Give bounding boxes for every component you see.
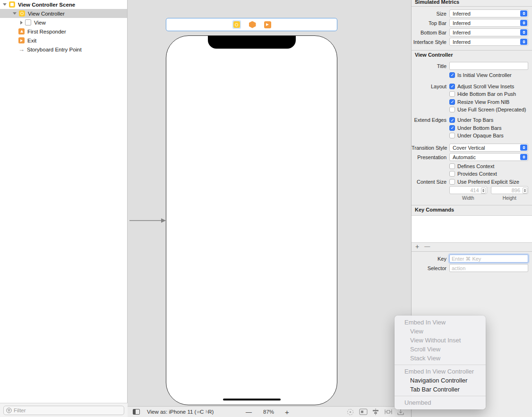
bottom-bar-row: Bottom Bar Inferred xyxy=(412,28,528,36)
outline-row-scene[interactable]: View Controller Scene xyxy=(0,0,127,9)
provides-context-row: Provides Context xyxy=(412,170,528,178)
embed-context-menu: Embed In View View View Without Inset Sc… xyxy=(395,315,486,409)
top-bar-row: Top Bar Inferred xyxy=(412,19,528,27)
first-responder-label: First Responder xyxy=(27,29,66,34)
disclosure-triangle-icon[interactable] xyxy=(3,3,7,6)
resize-view-checkbox[interactable] xyxy=(449,99,455,105)
popup-chevrons-icon xyxy=(520,154,527,160)
align-icon[interactable] xyxy=(372,407,379,417)
view-controller-header-bar[interactable] xyxy=(166,18,337,31)
transition-style-popup[interactable]: Cover Vertical xyxy=(449,144,528,152)
interface-style-popup[interactable]: Inferred xyxy=(449,38,528,46)
height-stepper[interactable] xyxy=(523,187,527,194)
size-popup[interactable]: Inferred xyxy=(449,9,528,17)
outline-row-view[interactable]: View xyxy=(0,18,127,27)
menu-item-embed-in-view-controller[interactable]: Embed In View Controller xyxy=(395,367,486,376)
hide-bottom-bar-checkbox[interactable] xyxy=(449,91,455,97)
entry-point-arrow-icon: → xyxy=(18,46,25,52)
hide-bottom-bar-row: Hide Bottom Bar on Push xyxy=(412,91,528,98)
is-initial-row: Is Initial View Controller xyxy=(412,71,528,78)
height-caption: Height xyxy=(491,196,529,201)
document-outline-panel: View Controller Scene View Controller Vi… xyxy=(0,0,128,417)
bottom-bar-popup[interactable]: Inferred xyxy=(449,28,528,36)
key-commands-header: Key Commands xyxy=(412,205,532,214)
use-preferred-size-checkbox[interactable] xyxy=(449,179,455,185)
storyboard-entry-arrow[interactable] xyxy=(129,217,167,224)
resize-view-row: Resize View From NIB xyxy=(412,98,528,105)
under-opaque-bars-checkbox[interactable] xyxy=(449,133,455,138)
first-responder-icon xyxy=(18,28,25,34)
outline-row-first-responder[interactable]: First Responder xyxy=(0,27,127,36)
filter-placeholder: Filter xyxy=(14,408,26,413)
adjust-scroll-insets-checkbox[interactable] xyxy=(449,84,455,89)
zoom-selection-icon[interactable] xyxy=(346,407,354,417)
menu-item-unembed[interactable]: Unembed xyxy=(395,398,486,407)
disclosure-triangle-icon[interactable] xyxy=(13,12,17,15)
outline-row-entry-point[interactable]: → Storyboard Entry Point xyxy=(0,45,127,54)
key-input[interactable] xyxy=(449,255,528,263)
zoom-in-button[interactable]: + xyxy=(285,407,289,417)
provides-context-checkbox[interactable] xyxy=(449,171,455,177)
iphone-device-frame[interactable] xyxy=(166,35,337,405)
zoom-level[interactable]: 87% xyxy=(263,407,274,417)
view-as-label[interactable]: View as: iPhone 11 (wChR) xyxy=(147,407,214,417)
width-caption: Width xyxy=(449,196,487,201)
presentation-popup[interactable]: Automatic xyxy=(449,153,528,161)
zoom-out-button[interactable]: — xyxy=(246,407,252,417)
menu-item-view-without-inset[interactable]: View Without Inset xyxy=(395,336,486,345)
defines-context-checkbox[interactable] xyxy=(449,163,455,169)
menu-item-embed-in-view[interactable]: Embed In View xyxy=(395,318,486,327)
content-size-fields-row: 414 896 xyxy=(412,186,528,194)
disclosure-triangle-icon[interactable] xyxy=(20,21,23,25)
use-full-screen-row: Use Full Screen (Deprecated) xyxy=(412,106,528,113)
width-field[interactable]: 414 xyxy=(449,186,487,194)
size-row: Size Inferred xyxy=(412,9,528,17)
under-opaque-bars-row: Under Opaque Bars xyxy=(412,132,528,139)
menu-item-tab-bar-controller[interactable]: Tab Bar Controller xyxy=(395,385,486,394)
storyboard-canvas[interactable]: View as: iPhone 11 (wChR) — 87% + xyxy=(128,0,411,417)
storyboard-scene-icon xyxy=(9,1,15,8)
add-key-command-button[interactable]: + xyxy=(415,244,419,250)
selector-row: Selector xyxy=(412,264,528,272)
is-initial-checkbox[interactable] xyxy=(449,72,455,78)
view-controller-label: View Controller xyxy=(28,11,65,17)
key-commands-list[interactable] xyxy=(412,215,532,243)
simulated-metrics-header: Simulated Metrics xyxy=(412,0,532,6)
defines-context-row: Defines Context xyxy=(412,162,528,170)
home-indicator xyxy=(223,399,281,401)
height-field[interactable]: 896 xyxy=(491,186,529,194)
interface-style-row: Interface Style Inferred xyxy=(412,38,528,46)
outline-filter-strip: Filter xyxy=(0,403,128,417)
menu-item-scroll-view[interactable]: Scroll View xyxy=(395,345,486,354)
add-constraints-icon[interactable] xyxy=(384,407,393,417)
outline-row-view-controller[interactable]: View Controller xyxy=(0,9,127,18)
exit-icon[interactable] xyxy=(264,21,271,28)
menu-item-stack-view[interactable]: Stack View xyxy=(395,354,486,363)
view-controller-icon xyxy=(19,10,25,17)
top-bar-popup[interactable]: Inferred xyxy=(449,19,528,27)
under-top-bars-checkbox[interactable] xyxy=(449,117,455,123)
view-label: View xyxy=(34,20,46,26)
embed-in-stack-icon[interactable] xyxy=(359,407,368,417)
filter-icon xyxy=(6,408,12,413)
content-size-row: Content Size Use Preferred Explicit Size xyxy=(412,178,528,185)
first-responder-icon[interactable] xyxy=(249,21,256,28)
view-controller-icon[interactable] xyxy=(232,20,241,29)
title-row: Title xyxy=(412,62,528,70)
width-stepper[interactable] xyxy=(481,187,486,194)
remove-key-command-button[interactable]: — xyxy=(424,244,430,250)
outline-row-exit[interactable]: Exit xyxy=(0,36,127,45)
under-bottom-bars-checkbox[interactable] xyxy=(449,125,455,131)
key-commands-buttons: + — xyxy=(412,243,532,251)
outline-filter-field[interactable]: Filter xyxy=(3,406,124,415)
outline-toggle-icon[interactable] xyxy=(133,407,140,417)
menu-item-navigation-controller[interactable]: Navigation Controller xyxy=(395,376,486,385)
selector-input[interactable] xyxy=(449,264,528,272)
menu-separator xyxy=(395,396,486,396)
title-field[interactable] xyxy=(449,62,528,70)
extend-edges-row: Extend Edges Under Top Bars xyxy=(412,117,528,124)
view-icon xyxy=(25,19,31,26)
view-controller-section-header: View Controller xyxy=(412,51,532,59)
menu-item-view[interactable]: View xyxy=(395,327,486,336)
use-full-screen-checkbox[interactable] xyxy=(449,107,455,112)
